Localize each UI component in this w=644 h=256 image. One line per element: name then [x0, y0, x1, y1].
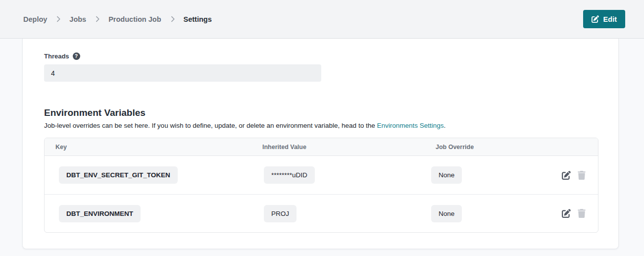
row-edit-button[interactable]	[562, 209, 571, 218]
table-header-row: Key Inherited Value Job Override	[45, 138, 598, 156]
env-var-job-override: None	[431, 205, 462, 222]
edit-button[interactable]: Edit	[583, 10, 625, 28]
breadcrumb: Deploy Jobs Production Job Settings	[23, 15, 212, 23]
breadcrumb-item-jobs[interactable]: Jobs	[69, 15, 86, 23]
env-var-inherited-value: ********uDID	[264, 166, 315, 184]
edit-icon	[592, 15, 599, 23]
column-header-inherited-value: Inherited Value	[262, 144, 392, 151]
settings-card: Threads ? Environment Variables Job-leve…	[22, 39, 619, 249]
table-row: DBT_ENVIRONMENT PROJ None	[45, 194, 598, 232]
column-header-job-override: Job Override	[392, 144, 598, 151]
breadcrumb-item-deploy[interactable]: Deploy	[23, 15, 47, 23]
threads-field: Threads ?	[44, 52, 597, 82]
env-var-inherited-value: PROJ	[264, 205, 297, 222]
table-row: DBT_ENV_SECRET_GIT_TOKEN ********uDID No…	[45, 156, 598, 194]
env-vars-description: Job-level overrides can be set here. If …	[44, 122, 597, 129]
env-vars-description-period: .	[444, 122, 446, 129]
row-delete-button[interactable]	[578, 171, 586, 180]
help-icon[interactable]: ?	[73, 52, 80, 60]
env-vars-title: Environment Variables	[44, 107, 597, 118]
env-vars-table: Key Inherited Value Job Override DBT_ENV…	[44, 138, 598, 233]
env-var-key: DBT_ENVIRONMENT	[59, 205, 141, 222]
row-edit-button[interactable]	[562, 171, 571, 180]
threads-input[interactable]	[44, 64, 321, 82]
trash-icon	[578, 209, 586, 218]
env-vars-description-text: Job-level overrides can be set here. If …	[44, 122, 377, 129]
top-bar: Deploy Jobs Production Job Settings Edit	[0, 0, 644, 39]
edit-icon	[562, 209, 571, 218]
chevron-right-icon	[170, 16, 175, 22]
breadcrumb-item-settings: Settings	[184, 15, 212, 23]
edit-icon	[562, 171, 571, 180]
row-delete-button[interactable]	[578, 209, 586, 218]
trash-icon	[578, 171, 586, 180]
environments-settings-link[interactable]: Environments Settings	[377, 122, 444, 129]
chevron-right-icon	[56, 16, 60, 22]
chevron-right-icon	[95, 16, 99, 22]
edit-button-label: Edit	[603, 15, 617, 23]
breadcrumb-item-production-job[interactable]: Production Job	[108, 15, 161, 23]
threads-label: Threads	[44, 52, 69, 60]
env-var-job-override: None	[431, 166, 462, 184]
column-header-key: Key	[45, 144, 262, 151]
env-var-key: DBT_ENV_SECRET_GIT_TOKEN	[59, 166, 178, 184]
